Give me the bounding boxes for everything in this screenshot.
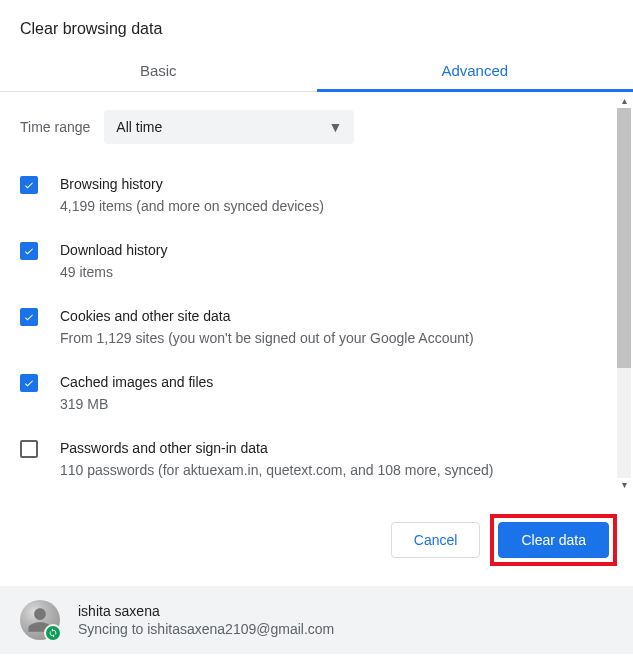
tab-basic[interactable]: Basic — [0, 48, 317, 91]
option-text: Download history 49 items — [60, 240, 167, 282]
checkbox-cookies[interactable] — [20, 308, 38, 326]
option-desc: From 1,129 sites (you won't be signed ou… — [60, 328, 474, 348]
option-title: Cached images and files — [60, 372, 213, 392]
option-title: Cookies and other site data — [60, 306, 474, 326]
option-title: Passwords and other sign-in data — [60, 438, 493, 458]
chevron-down-icon: ▼ — [328, 119, 342, 135]
dialog-title: Clear browsing data — [0, 0, 633, 48]
avatar-wrap — [20, 600, 60, 640]
time-range-row: Time range All time ▼ — [20, 102, 613, 162]
check-icon — [23, 245, 35, 257]
scroll-down-icon[interactable]: ▾ — [617, 478, 631, 492]
option-download-history: Download history 49 items — [20, 228, 613, 294]
option-text: Cached images and files 319 MB — [60, 372, 213, 414]
sync-badge-icon — [44, 624, 62, 642]
option-desc: 319 MB — [60, 394, 213, 414]
cancel-button[interactable]: Cancel — [391, 522, 481, 558]
option-cached: Cached images and files 319 MB — [20, 360, 613, 426]
time-range-value: All time — [116, 119, 162, 135]
account-text: ishita saxena Syncing to ishitasaxena210… — [78, 603, 334, 637]
check-icon — [23, 179, 35, 191]
scrollbar-thumb[interactable] — [617, 108, 631, 368]
option-text: Cookies and other site data From 1,129 s… — [60, 306, 474, 348]
checkbox-cached[interactable] — [20, 374, 38, 392]
option-title: Browsing history — [60, 174, 324, 194]
sync-icon — [48, 628, 58, 638]
account-name: ishita saxena — [78, 603, 334, 619]
option-text: Passwords and other sign-in data 110 pas… — [60, 438, 493, 480]
check-icon — [23, 377, 35, 389]
option-passwords: Passwords and other sign-in data 110 pas… — [20, 426, 613, 492]
clear-data-button[interactable]: Clear data — [498, 522, 609, 558]
option-title: Download history — [60, 240, 167, 260]
option-desc: 49 items — [60, 262, 167, 282]
checkbox-browsing-history[interactable] — [20, 176, 38, 194]
scrollbar[interactable] — [617, 108, 631, 478]
account-bar: ishita saxena Syncing to ishitasaxena210… — [0, 586, 633, 654]
option-text: Browsing history 4,199 items (and more o… — [60, 174, 324, 216]
checkbox-passwords[interactable] — [20, 440, 38, 458]
button-row: Cancel Clear data — [0, 494, 633, 586]
highlight-box: Clear data — [490, 514, 617, 566]
option-browsing-history: Browsing history 4,199 items (and more o… — [20, 162, 613, 228]
tab-advanced[interactable]: Advanced — [317, 48, 634, 91]
option-desc: 4,199 items (and more on synced devices) — [60, 196, 324, 216]
time-range-select[interactable]: All time ▼ — [104, 110, 354, 144]
option-desc: 110 passwords (for aktuexam.in, quetext.… — [60, 460, 493, 480]
option-autofill: Autofill form data — [20, 492, 613, 494]
account-status: Syncing to ishitasaxena2109@gmail.com — [78, 621, 334, 637]
scroll-area: ▴ ▾ Time range All time ▼ Browsing histo… — [0, 92, 633, 494]
checkbox-download-history[interactable] — [20, 242, 38, 260]
scroll-up-icon[interactable]: ▴ — [617, 94, 631, 108]
option-cookies: Cookies and other site data From 1,129 s… — [20, 294, 613, 360]
tabs: Basic Advanced — [0, 48, 633, 92]
time-range-label: Time range — [20, 119, 90, 135]
check-icon — [23, 311, 35, 323]
